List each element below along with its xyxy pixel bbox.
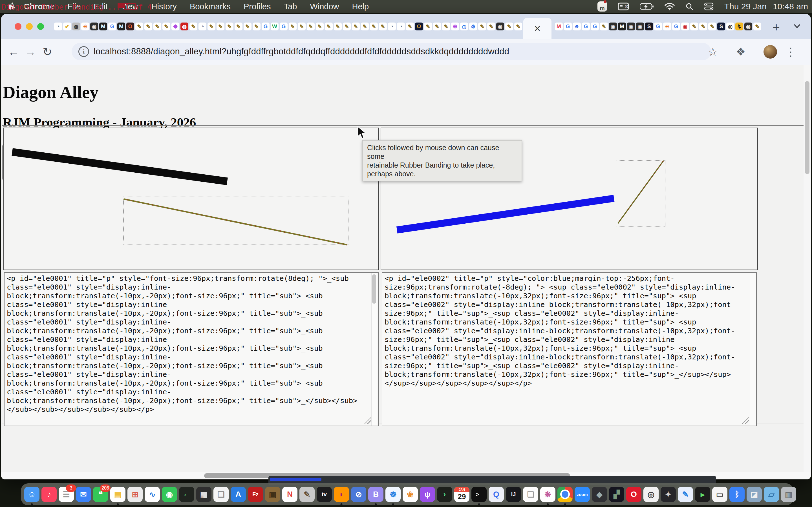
keyboard-switcher-icon[interactable]: ⌘ bbox=[618, 2, 629, 11]
dock-icon-quicktime[interactable]: Q bbox=[489, 487, 504, 502]
tab-favicon-g[interactable]: G bbox=[108, 22, 116, 31]
menu-item-history[interactable]: History bbox=[151, 2, 177, 11]
dock-icon-filezilla[interactable]: Fz bbox=[248, 487, 263, 502]
tab-favicon-m[interactable]: M bbox=[99, 22, 107, 31]
wifi-icon[interactable] bbox=[665, 3, 675, 10]
dock-icon-app-dark-4[interactable]: ▸ bbox=[695, 487, 710, 502]
tab-favicon-m[interactable]: M bbox=[117, 22, 125, 31]
vertical-scrollbar-thumb[interactable] bbox=[805, 81, 809, 174]
tab-favicon-pencil[interactable]: ✎ bbox=[690, 22, 698, 31]
dock-icon-mail[interactable]: ✉ bbox=[76, 487, 91, 502]
dock-icon-exec-utility[interactable]: ›_ bbox=[179, 487, 194, 502]
dock-icon-notes[interactable]: ▤ bbox=[110, 487, 125, 502]
dock-icon-firefox[interactable]: ◗ bbox=[334, 487, 349, 502]
window-minimize-button[interactable] bbox=[26, 23, 33, 30]
resize-gripper-left[interactable] bbox=[364, 417, 371, 424]
window-zoom-button[interactable] bbox=[37, 23, 44, 30]
tab-favicon-chromeball[interactable]: ◉ bbox=[744, 22, 752, 31]
tab-favicon-sun[interactable]: ☀ bbox=[663, 22, 671, 31]
forward-button[interactable]: → bbox=[22, 46, 39, 58]
tab-favicon-g[interactable]: G bbox=[591, 22, 599, 31]
tab-favicon-pencil[interactable]: ✎ bbox=[600, 22, 608, 31]
dock-icon-opera[interactable]: O bbox=[626, 487, 642, 502]
dock-icon-apple-tv[interactable]: tv bbox=[317, 487, 332, 502]
tab-favicon-pencil[interactable]: ✎ bbox=[753, 22, 761, 31]
tab-favicon-nsw[interactable]: ◍ bbox=[181, 22, 188, 31]
dock-icon-obs[interactable]: ◎ bbox=[644, 487, 659, 502]
dock-icon-photo-thumb[interactable]: ◪ bbox=[747, 487, 762, 502]
tab-favicon-pencil[interactable]: ✎ bbox=[153, 22, 161, 31]
tab-favicon-bolt[interactable]: ↯ bbox=[735, 22, 743, 31]
battery-icon[interactable] bbox=[640, 3, 654, 10]
dock-icon-trash[interactable]: ▥ bbox=[781, 487, 796, 502]
textarea-scrollbar-track-right[interactable] bbox=[750, 273, 756, 426]
tab-favicon-clock[interactable]: ◔ bbox=[388, 22, 396, 31]
tab-favicon-pencil[interactable]: ✎ bbox=[514, 22, 522, 31]
dock-icon-keypad[interactable]: ▦ bbox=[196, 487, 211, 502]
tab-favicon-pencil[interactable]: ✎ bbox=[307, 22, 315, 31]
dock-icon-news[interactable]: N bbox=[282, 487, 297, 502]
menu-bar-clock[interactable]: Thu 29 Jan 10:48 am bbox=[724, 2, 808, 11]
dock-icon-shield-app[interactable]: ⊘ bbox=[351, 487, 366, 502]
site-info-icon[interactable]: i bbox=[79, 46, 89, 57]
tab-favicon-pencil[interactable]: ✎ bbox=[298, 22, 306, 31]
tab-favicon-pencil[interactable]: ✎ bbox=[316, 22, 324, 31]
dock-icon-display-app[interactable]: ▭ bbox=[712, 487, 727, 502]
tab-favicon-pencil[interactable]: ✎ bbox=[190, 22, 197, 31]
dock-icon-music[interactable]: ♪ bbox=[42, 487, 57, 502]
dock-icon-zoom[interactable]: zoom bbox=[574, 487, 590, 502]
back-button[interactable]: ← bbox=[5, 46, 22, 58]
tab-favicon-chromeball[interactable]: ◉ bbox=[636, 22, 644, 31]
menu-item-help[interactable]: Help bbox=[352, 2, 369, 11]
active-tab[interactable]: ✕ bbox=[523, 18, 552, 39]
tab-favicon-sdark[interactable]: S bbox=[645, 22, 653, 31]
dock-icon-pen-app[interactable]: ✎ bbox=[678, 487, 693, 502]
tab-favicon-ored[interactable]: O bbox=[126, 22, 134, 31]
dock-icon-leather-app[interactable]: ▣ bbox=[265, 487, 280, 502]
dock-icon-podcasts[interactable]: ψ bbox=[420, 487, 435, 502]
dock-icon-document[interactable]: ❏ bbox=[523, 487, 538, 502]
tab-favicon-pencil[interactable]: ✎ bbox=[144, 22, 152, 31]
dock-icon-facetime[interactable]: ◉ bbox=[162, 487, 177, 502]
dock-icon-finder[interactable]: ☺ bbox=[24, 487, 40, 502]
resize-gripper-right[interactable] bbox=[742, 417, 749, 424]
tab-favicon-chromeball[interactable]: ◉ bbox=[90, 22, 98, 31]
tab-favicon-pencil[interactable]: ✎ bbox=[487, 22, 495, 31]
tab-favicon-m[interactable]: M bbox=[618, 22, 626, 31]
tab-favicon-pencil[interactable]: ✎ bbox=[424, 22, 432, 31]
tab-favicon-pencil[interactable]: ✎ bbox=[162, 22, 170, 31]
dock-icon-downloads-folder[interactable]: ▱ bbox=[764, 487, 779, 502]
tab-favicon-pencil[interactable]: ✎ bbox=[379, 22, 387, 31]
spotlight-search-icon[interactable] bbox=[686, 3, 693, 10]
dock-icon-safari[interactable]: ☸ bbox=[386, 487, 401, 502]
tab-favicon-gray[interactable]: ◍ bbox=[72, 22, 80, 31]
tab-favicon-pencil[interactable]: ✎ bbox=[478, 22, 486, 31]
dock-icon-gimp[interactable]: ✎ bbox=[299, 487, 315, 502]
tab-favicon-g[interactable]: G bbox=[280, 22, 288, 31]
tab-favicon-g[interactable]: G bbox=[582, 22, 590, 31]
tab-favicon-pencil[interactable]: ✎ bbox=[289, 22, 297, 31]
window-close-button[interactable] bbox=[15, 23, 21, 30]
tab-favicon-clock[interactable]: ◔ bbox=[199, 22, 206, 31]
control-center-icon[interactable] bbox=[704, 3, 714, 10]
tab-favicon-onavy[interactable]: O bbox=[415, 22, 423, 31]
tab-favicon-clock[interactable]: ◔ bbox=[397, 22, 405, 31]
browser-menu-icon[interactable]: ⋮ bbox=[785, 45, 796, 58]
tab-favicon-sun[interactable]: ☀ bbox=[81, 22, 89, 31]
tab-favicon-abc[interactable]: ◎ bbox=[726, 22, 734, 31]
dock-icon-pinta[interactable]: ❋ bbox=[540, 487, 555, 502]
tab-favicon-pencil[interactable]: ✎ bbox=[334, 22, 342, 31]
dock-icon-chrome[interactable] bbox=[557, 487, 573, 502]
omnibox[interactable]: i localhost:8888/diagon_alley.html?uhgfg… bbox=[71, 43, 711, 60]
tab-favicon-pencil[interactable]: ✎ bbox=[235, 22, 243, 31]
tab-favicon-pencil[interactable]: ✎ bbox=[370, 22, 378, 31]
url-text[interactable]: localhost:8888/diagon_alley.html?uhgfgfd… bbox=[94, 47, 509, 57]
tab-favicon-pencil[interactable]: ✎ bbox=[343, 22, 351, 31]
dock-icon-terminal[interactable]: >_ bbox=[471, 487, 487, 502]
tab-favicon-pencil[interactable]: ✎ bbox=[361, 22, 369, 31]
tab-favicon-clock[interactable]: ◔ bbox=[54, 22, 62, 31]
dock-icon-app-dark-2[interactable]: ▞ bbox=[609, 487, 624, 502]
tab-favicon-chromeball[interactable]: ◉ bbox=[627, 22, 635, 31]
mk-app-icon[interactable]: m bbox=[598, 1, 607, 11]
tab-favicon-mred[interactable]: M bbox=[555, 22, 563, 31]
